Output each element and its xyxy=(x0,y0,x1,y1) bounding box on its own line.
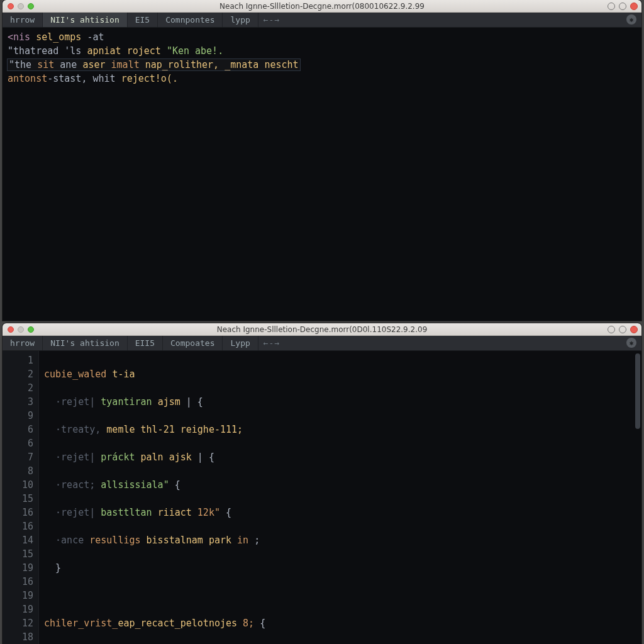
tab-ei5[interactable]: EI5 xyxy=(128,13,158,27)
tab-ahtision[interactable]: NII's ahtision xyxy=(43,336,128,350)
tab-ahtision[interactable]: NII's ahtision xyxy=(43,13,128,27)
tab-nav-arrows-icon[interactable]: ←-→ xyxy=(258,336,285,350)
code-line: ·rejet| basttltan riiact 12k" { xyxy=(44,506,636,519)
close-icon[interactable] xyxy=(8,326,14,333)
tab-label: Comnpontes xyxy=(165,15,214,25)
editor-area[interactable]: 1 2 2 3 9 6 6 7 8 10 15 16 16 14 15 19 1… xyxy=(3,351,641,644)
tab-compoates[interactable]: Compoates xyxy=(163,336,223,350)
line-number: 19 xyxy=(5,602,33,616)
status-circle-icon[interactable] xyxy=(608,326,615,333)
line-number: 16 xyxy=(5,575,33,589)
tab-label: hrrow xyxy=(10,338,35,348)
line-number: 2 xyxy=(5,367,33,381)
code-line: "the sit ane aser imalt nap_rolither, _m… xyxy=(8,58,636,72)
line-number: 16 xyxy=(5,506,33,519)
line-number-gutter: 1 2 2 3 9 6 6 7 8 10 15 16 16 14 15 19 1… xyxy=(3,351,39,644)
tab-hrrow[interactable]: hrrow xyxy=(3,336,43,350)
zoom-icon[interactable] xyxy=(28,3,34,9)
gear-icon[interactable]: ✱ xyxy=(626,338,636,348)
window-title: Neach Ignne-Sllletion-Decgne.morr(080010… xyxy=(3,2,641,11)
code-line: ·treaty, memle thl-21 reighe-111; xyxy=(44,423,636,436)
titlebar-right-icons xyxy=(608,3,638,10)
status-circle-icon[interactable] xyxy=(619,326,626,333)
tab-bar: hrrow NII's ahtision EII5 Compoates Lypp… xyxy=(3,336,641,351)
line-number: 6 xyxy=(5,436,33,450)
status-circle-icon[interactable] xyxy=(608,3,615,10)
tab-label: NII's ahtision xyxy=(50,338,119,348)
tab-label: NII's ahtision xyxy=(50,15,119,25)
tab-label: hrrow xyxy=(10,15,35,25)
tab-label: EI5 xyxy=(135,15,150,25)
line-number: 16 xyxy=(5,519,33,533)
titlebar[interactable]: Neach Ignne-Sllletion-Decgne.morr(0D0l.1… xyxy=(3,323,641,336)
status-dot-icon[interactable] xyxy=(630,326,638,333)
code-line: cubie_waled t-ia xyxy=(44,367,636,381)
minimize-icon[interactable] xyxy=(18,326,24,333)
code-line: chiler_vrist_eap_recact_pelotnojes 8; { xyxy=(44,616,636,630)
line-number: 18 xyxy=(5,630,33,644)
line-number: 9 xyxy=(5,409,33,423)
code-line: ·ance resulligs bisstalnam park in ; xyxy=(44,533,636,547)
editor-window-bottom: Neach Ignne-Sllletion-Decgne.morr(0D0l.1… xyxy=(3,323,641,644)
tab-bar: hrrow NII's ahtision EI5 Comnpontes lypp… xyxy=(3,13,641,28)
line-number: 3 xyxy=(5,395,33,409)
traffic-lights xyxy=(3,326,34,333)
tab-lypp[interactable]: Lypp xyxy=(223,336,258,350)
line-number: 14 xyxy=(5,533,33,547)
tab-components[interactable]: Comnpontes xyxy=(158,13,223,27)
line-number: 12 xyxy=(5,616,33,630)
tab-ei5[interactable]: EII5 xyxy=(128,336,163,350)
traffic-lights xyxy=(3,3,34,9)
tab-label: Lypp xyxy=(230,338,250,348)
line-number: 7 xyxy=(5,450,33,464)
gear-icon[interactable]: ✱ xyxy=(626,14,636,25)
line-number: 19 xyxy=(5,561,33,575)
line-number: 8 xyxy=(5,464,33,478)
tab-label: Compoates xyxy=(170,338,214,348)
editor-window-top: Neach Ignne-Sllletion-Decgne.morr(080010… xyxy=(3,0,641,321)
titlebar-right-icons xyxy=(608,326,638,333)
tab-label: lypp xyxy=(230,15,250,25)
line-number: 15 xyxy=(5,492,33,506)
zoom-icon[interactable] xyxy=(28,326,34,333)
line-number: 10 xyxy=(5,478,33,492)
line-number: 2 xyxy=(5,381,33,395)
line-number: 6 xyxy=(5,423,33,436)
tab-nav-arrows-icon[interactable]: ←-→ xyxy=(258,13,285,27)
minimize-icon[interactable] xyxy=(18,3,24,9)
code-content[interactable]: cubie_waled t-ia ·rejet| tyantiran ajsm … xyxy=(39,351,641,644)
titlebar[interactable]: Neach Ignne-Sllletion-Decgne.morr(080010… xyxy=(3,0,641,13)
close-icon[interactable] xyxy=(8,3,14,9)
window-title: Neach Ignne-Sllletion-Decgne.morr(0D0l.1… xyxy=(3,325,641,334)
line-number: 1 xyxy=(5,353,33,367)
code-line: ·react; allsissiala" { xyxy=(44,478,636,492)
tab-hrrow[interactable]: hrrow xyxy=(3,13,43,27)
code-line: "thatread 'ls apniat roject "Ken abe!. xyxy=(8,44,636,58)
tab-lypp[interactable]: lypp xyxy=(223,13,258,27)
status-dot-icon[interactable] xyxy=(630,3,638,10)
scrollbar[interactable] xyxy=(635,353,640,429)
status-circle-icon[interactable] xyxy=(619,3,626,10)
code-line: } xyxy=(44,561,636,575)
line-number: 15 xyxy=(5,547,33,561)
code-line: antonst-stast, whit reject!o(. xyxy=(8,72,636,86)
code-line: ·rejet| práckt paln ajsk | { xyxy=(44,450,636,464)
editor-area[interactable]: <nis sel_omps -at "thatread 'ls apniat r… xyxy=(3,28,641,321)
code-line xyxy=(44,589,636,602)
line-number: 19 xyxy=(5,589,33,602)
code-line: <nis sel_omps -at xyxy=(8,30,636,44)
tab-label: EII5 xyxy=(135,338,155,348)
code-line: ·rejet| tyantiran ajsm | { xyxy=(44,395,636,409)
